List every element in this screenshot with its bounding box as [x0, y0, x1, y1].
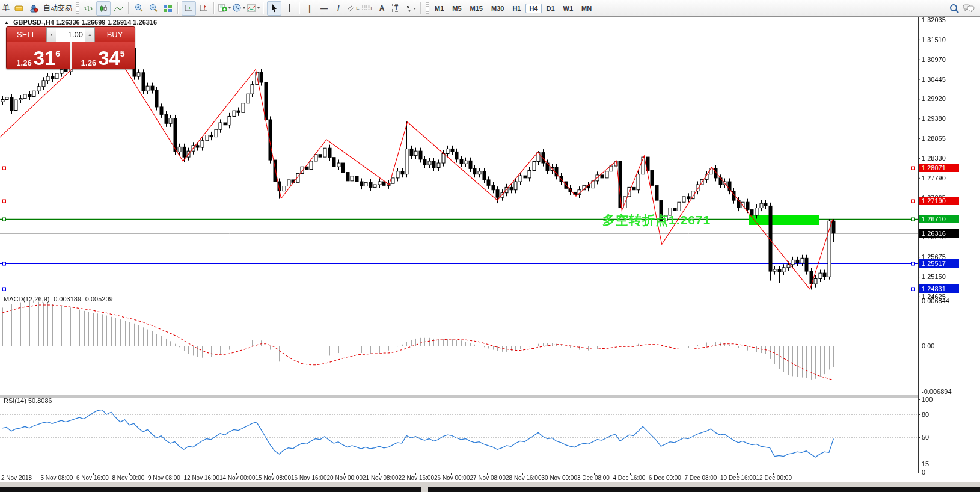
current-price-badge: 1.26316 — [919, 229, 959, 238]
sell-price-prefix: 1.26 — [16, 59, 31, 67]
cursor-icon[interactable] — [267, 1, 281, 16]
price-line-badge: 1.28071 — [919, 164, 959, 172]
date-axis-label: 22 Nov 16:00 — [399, 475, 435, 481]
rsi-axis-tick: 100 — [922, 396, 933, 403]
date-axis-label: 21 Nov 08:00 — [363, 475, 399, 481]
buy-button[interactable]: BUY — [95, 27, 135, 42]
price-axis-tick: 1.27790 — [922, 174, 946, 182]
date-axis-label: 8 Nov 00:00 — [112, 475, 145, 481]
buy-price-sup: 5 — [120, 49, 125, 58]
volume-down-button[interactable]: ▼ — [47, 28, 56, 42]
timeframe-button-mn[interactable]: MN — [578, 4, 595, 13]
date-axis-label: 9 Nov 08:00 — [148, 475, 180, 481]
price-line-badge: 1.27190 — [919, 197, 959, 205]
toolbar-separator — [299, 2, 300, 14]
price-axis-tick: 1.29380 — [922, 115, 946, 122]
rsi-label: RSI(14) 50.8086 — [4, 397, 52, 404]
autotrading-label[interactable]: 自动交易 — [41, 3, 75, 13]
indicators-icon[interactable] — [247, 2, 260, 15]
fibonacci-tool-icon[interactable]: F — [361, 2, 374, 15]
community-chat-icon[interactable] — [962, 2, 975, 15]
timeframe-button-m30[interactable]: M30 — [488, 4, 507, 13]
new-order-icon[interactable] — [218, 2, 231, 15]
toolbar-separator — [420, 2, 421, 14]
macd-label: MACD(12,26,9) -0.003189 -0.005209 — [4, 295, 113, 303]
rsi-axis-tick: 15 — [922, 460, 929, 467]
buy-price[interactable]: 1.26 34 5 — [72, 42, 135, 69]
timeframe-button-d1[interactable]: D1 — [543, 4, 559, 13]
timeframe-button-m15[interactable]: M15 — [467, 4, 486, 13]
price-axis-tick: 1.32035 — [922, 16, 946, 23]
price-axis-tick: 1.29920 — [922, 95, 946, 102]
date-axis-label: 3 Dec 08:00 — [577, 475, 610, 481]
auto-scroll-icon[interactable] — [182, 1, 196, 16]
date-axis-label: 5 Nov 08:00 — [41, 475, 73, 481]
price-line-badge: 1.24831 — [919, 284, 959, 293]
trendline-tool-icon[interactable]: / — [332, 2, 345, 15]
symbol-period-label: GBPUSD-,H4 — [13, 19, 54, 26]
candlestick-chart-icon[interactable] — [96, 1, 111, 16]
one-click-trading-panel: SELL ▼ 1.00 ▲ BUY 1.26 31 6 1.26 34 5 — [6, 26, 135, 69]
trade-history-icon[interactable] — [13, 2, 26, 15]
buy-price-prefix: 1.26 — [81, 59, 96, 67]
volume-up-button[interactable]: ▲ — [85, 28, 94, 42]
horizontal-line-tool-icon[interactable]: — — [317, 2, 331, 15]
arrows-tool-icon[interactable] — [404, 2, 417, 15]
timeframe-clock-icon[interactable] — [232, 2, 245, 15]
date-axis-label: 6 Dec 00:00 — [649, 475, 681, 481]
volume-stepper: ▼ 1.00 ▲ — [46, 27, 95, 42]
macd-axis-tick: 0.006844 — [922, 297, 949, 304]
zoom-in-icon[interactable] — [132, 2, 145, 15]
turning-point-annotation: 多空转折点1.2671 — [602, 212, 711, 229]
rsi-axis-tick: 0 — [922, 469, 925, 476]
rsi-axis-tick: 50 — [922, 434, 929, 441]
timeframe-button-w1[interactable]: W1 — [560, 4, 577, 13]
timeframe-button-m5[interactable]: M5 — [449, 4, 465, 13]
channel-tool-icon[interactable]: E — [346, 2, 360, 15]
chart-canvas[interactable] — [0, 0, 980, 492]
main-toolbar: 单 自动交易 — [0, 0, 980, 17]
macd-axis-tick: 0.00 — [922, 342, 934, 349]
date-axis-label: 16 Nov 16:00 — [291, 475, 327, 481]
price-line-badge: 1.26710 — [919, 215, 959, 223]
date-axis-label: 4 Dec 16:00 — [613, 475, 646, 481]
search-icon[interactable] — [948, 2, 961, 15]
toolbar-grip — [426, 2, 429, 14]
text-label-tool-icon[interactable]: T — [390, 2, 403, 15]
timeframe-toolbar: M1M5M15M30H1H4D1W1MN — [430, 4, 596, 13]
chart-shift-icon[interactable] — [197, 2, 210, 15]
sell-price-sup: 6 — [55, 49, 60, 58]
sell-price[interactable]: 1.26 31 6 — [7, 42, 70, 69]
date-axis-label: 28 Nov 16:00 — [506, 475, 542, 481]
toolbar-separator — [263, 2, 264, 14]
date-axis-label: 6 Nov 16:00 — [76, 475, 109, 481]
sell-button[interactable]: SELL — [7, 27, 46, 42]
collapse-triangle-icon[interactable]: ▲ — [4, 20, 9, 25]
date-axis-label: 20 Nov 00:00 — [327, 475, 363, 481]
chart-title: ▲ GBPUSD-,H4 1.26336 1.26699 1.25914 1.2… — [4, 19, 157, 26]
timeframe-button-m1[interactable]: M1 — [431, 4, 447, 13]
autotrading-icon[interactable] — [27, 2, 40, 15]
toolbar-separator — [213, 2, 215, 14]
vertical-line-tool-icon[interactable]: | — [303, 2, 316, 15]
rsi-axis-tick: 80 — [922, 411, 929, 418]
timeframe-button-h4[interactable]: H4 — [525, 4, 541, 13]
order-partial-label[interactable]: 单 — [0, 3, 12, 13]
tile-windows-icon[interactable] — [161, 2, 174, 15]
price-axis-tick: 1.28855 — [922, 135, 946, 142]
buy-price-big: 34 — [98, 50, 120, 67]
timeframe-button-h1[interactable]: H1 — [509, 4, 524, 13]
zoom-out-icon[interactable] — [147, 2, 160, 15]
line-chart-icon[interactable] — [112, 2, 125, 15]
toolbar-separator — [128, 2, 129, 14]
mt4-window: 单 自动交易 — [0, 0, 980, 492]
bar-chart-icon[interactable] — [82, 2, 95, 15]
price-axis-tick: 1.28330 — [922, 155, 946, 162]
text-tool-icon[interactable]: A — [375, 2, 388, 15]
crosshair-icon[interactable] — [283, 2, 296, 15]
volume-value[interactable]: 1.00 — [56, 28, 85, 42]
date-axis-label: 26 Nov 00:00 — [434, 475, 470, 481]
price-axis-tick: 1.30970 — [922, 56, 946, 63]
date-axis-label: 14 Nov 00:00 — [219, 475, 256, 481]
ohlc-values: 1.26336 1.26699 1.25914 1.26316 — [56, 19, 157, 26]
